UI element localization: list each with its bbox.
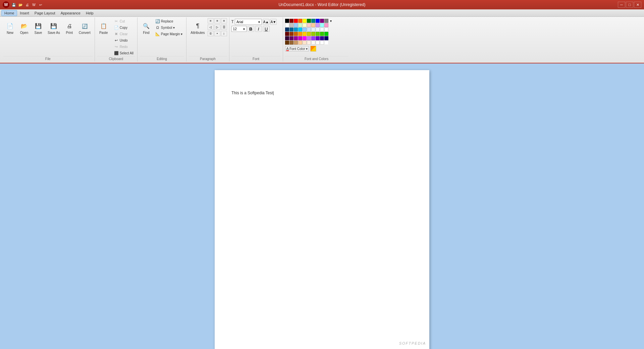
copy-button[interactable]: 📄 Copy: [112, 24, 135, 31]
swatch-red[interactable]: [294, 19, 298, 23]
align-left-button[interactable]: ≡: [208, 18, 214, 23]
close-button[interactable]: ✕: [634, 2, 641, 8]
font-size-down-button[interactable]: A▼: [270, 19, 277, 25]
page-margin-button[interactable]: 📐 Page Margin ▾: [154, 31, 184, 37]
menu-help[interactable]: Help: [83, 10, 96, 16]
underline-button[interactable]: U: [263, 26, 270, 32]
swatch-bluviolet[interactable]: [311, 36, 315, 40]
swatch-navy[interactable]: [285, 28, 289, 32]
swatch-nearwhite[interactable]: [320, 41, 324, 45]
unordered-list-button[interactable]: •: [214, 31, 220, 36]
swatch-azure[interactable]: [316, 28, 320, 32]
swatch-indigo[interactable]: [316, 36, 320, 40]
qa-print[interactable]: 🖨: [24, 2, 30, 8]
menu-insert[interactable]: Insert: [17, 10, 32, 16]
swatch-chartreuse[interactable]: [316, 32, 320, 36]
swatch-snow[interactable]: [324, 28, 328, 32]
swatch-purewhite[interactable]: [324, 41, 328, 45]
swatch-brown[interactable]: [289, 32, 293, 36]
swatch-peach[interactable]: [311, 23, 315, 27]
swatch-lavender[interactable]: [316, 23, 320, 27]
indent-increase-button[interactable]: ▷: [214, 24, 220, 30]
swatch-magenta[interactable]: [294, 36, 298, 40]
swatch-gold[interactable]: [303, 32, 307, 36]
swatch-orange[interactable]: [298, 19, 302, 23]
swatch-moccasin[interactable]: [298, 41, 302, 45]
redo-button[interactable]: ↪ Redo: [112, 44, 135, 50]
clear-button[interactable]: ✖ Clear: [112, 31, 135, 37]
qa-save[interactable]: 💾: [11, 2, 17, 8]
swatch-lime[interactable]: [320, 32, 324, 36]
font-size-up-button[interactable]: A▲: [263, 19, 269, 25]
swatch-olive[interactable]: [307, 32, 311, 36]
print-button[interactable]: 🖨 Print: [63, 18, 76, 38]
align-right-button[interactable]: ≡: [221, 18, 227, 23]
document-content[interactable]: This is a Softpedia Test|: [231, 90, 413, 96]
swatch-saddlebrown[interactable]: [285, 41, 289, 45]
swatch-rose[interactable]: [324, 23, 328, 27]
highlight-color-button[interactable]: [310, 46, 316, 52]
swatch-plum[interactable]: [289, 36, 293, 40]
ordered-list-button[interactable]: ①: [208, 31, 214, 36]
qa-w[interactable]: W: [31, 2, 37, 8]
open-button[interactable]: 📂 Open: [17, 18, 31, 38]
attributes-button[interactable]: ¶ Attributes: [189, 18, 207, 38]
cut-button[interactable]: ✂ Cut: [112, 18, 135, 24]
more-colors-btn[interactable]: ▾: [329, 19, 333, 23]
swatch-aliceblue[interactable]: [307, 28, 311, 32]
swatch-ivory[interactable]: [316, 41, 320, 45]
swatch-floralwhite[interactable]: [311, 41, 315, 45]
swatch-paleblue[interactable]: [303, 28, 307, 32]
swatch-purple[interactable]: [320, 19, 324, 23]
font-size-dropdown[interactable]: 12 ▾: [231, 26, 247, 32]
swatch-yellow[interactable]: [303, 19, 307, 23]
line-spacing-button[interactable]: ↕: [221, 31, 227, 36]
italic-button[interactable]: I: [255, 26, 262, 32]
save-button[interactable]: 💾 Save: [32, 18, 45, 38]
save-as-button[interactable]: 💾 Save As: [46, 18, 62, 38]
swatch-mintcream[interactable]: [320, 28, 324, 32]
menu-home[interactable]: Home: [1, 10, 17, 16]
new-button[interactable]: 📄 New: [3, 18, 17, 38]
swatch-hotpink[interactable]: [303, 36, 307, 40]
swatch-skyblue[interactable]: [298, 28, 302, 32]
list-button[interactable]: ☰: [221, 24, 227, 30]
swatch-darkred[interactable]: [289, 19, 293, 23]
font-color-button[interactable]: A Font Color ▾: [285, 46, 309, 51]
swatch-peru[interactable]: [289, 41, 293, 45]
replace-button[interactable]: 🔄 Replace: [154, 18, 184, 24]
swatch-black[interactable]: [285, 19, 289, 23]
swatch-cornflowerblue[interactable]: [294, 28, 298, 32]
paste-button[interactable]: 📋 Paste: [97, 18, 110, 38]
swatch-ghostwhite[interactable]: [311, 28, 315, 32]
swatch-yellowgreen[interactable]: [311, 32, 315, 36]
symbol-button[interactable]: Ω Symbol ▾: [154, 24, 184, 31]
swatch-lightgreen[interactable]: [298, 23, 302, 27]
swatch-violet[interactable]: [307, 36, 311, 40]
swatch-lightblue[interactable]: [294, 23, 298, 27]
find-button[interactable]: 🔍 Find: [140, 18, 153, 38]
minimize-button[interactable]: ─: [618, 2, 625, 8]
swatch-oldlace[interactable]: [307, 41, 311, 45]
swatch-darkindigo[interactable]: [320, 36, 324, 40]
swatch-aqua[interactable]: [320, 23, 324, 27]
font-name-dropdown[interactable]: Arial ▾: [235, 19, 262, 25]
menu-page-layout[interactable]: Page Layout: [32, 10, 58, 16]
swatch-tan[interactable]: [294, 41, 298, 45]
indent-decrease-button[interactable]: ◁: [208, 24, 214, 30]
select-all-button[interactable]: ⬛ Select All: [112, 50, 135, 56]
swatch-blue[interactable]: [316, 19, 320, 23]
qa-undo[interactable]: ↩: [38, 2, 44, 8]
align-center-button[interactable]: ≡: [214, 18, 220, 23]
convert-button[interactable]: 🔄 Convert: [77, 18, 93, 38]
swatch-silver[interactable]: [289, 23, 293, 27]
swatch-fuchsia[interactable]: [298, 36, 302, 40]
swatch-bisque[interactable]: [303, 41, 307, 45]
swatch-darkblue2[interactable]: [324, 36, 328, 40]
bold-button[interactable]: B: [248, 26, 254, 32]
swatch-green[interactable]: [307, 19, 311, 23]
swatch-darkorange[interactable]: [294, 32, 298, 36]
undo-button[interactable]: ↩ Undo: [112, 37, 135, 43]
swatch-lightpink[interactable]: [307, 23, 311, 27]
swatch-amber[interactable]: [298, 32, 302, 36]
